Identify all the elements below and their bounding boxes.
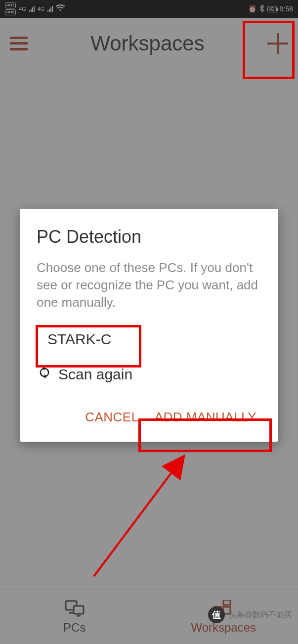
- cancel-button[interactable]: CANCEL: [80, 403, 143, 432]
- pc-detection-dialog: PC Detection Choose one of these PCs. If…: [20, 209, 278, 442]
- dialog-actions: CANCEL ADD MANUALLY: [37, 403, 261, 432]
- watermark: 值 头条@数码不能买: [208, 606, 292, 623]
- detected-pc-item[interactable]: STARK-C: [37, 325, 261, 354]
- refresh-icon: [38, 366, 51, 383]
- scan-again-button[interactable]: Scan again: [37, 364, 261, 393]
- dialog-title: PC Detection: [37, 227, 261, 247]
- scan-again-label: Scan again: [58, 366, 132, 383]
- dialog-description: Choose one of these PCs. If you don't se…: [37, 259, 261, 311]
- watermark-text: 头条@数码不能买: [229, 610, 292, 620]
- watermark-badge: 值: [208, 606, 225, 623]
- add-manually-button[interactable]: ADD MANUALLY: [150, 403, 261, 432]
